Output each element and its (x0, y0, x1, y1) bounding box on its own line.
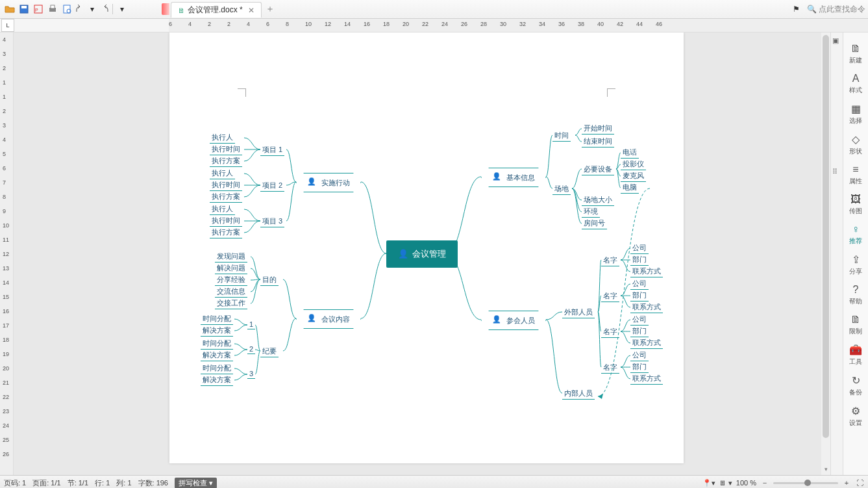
rpanel-形状[interactable]: ◇形状 (844, 129, 867, 160)
node-contact-1-1[interactable]: 部门 (630, 290, 649, 302)
rpanel-属性[interactable]: ≡属性 (844, 160, 867, 190)
node-exec-0-1[interactable]: 执行时间 (210, 144, 242, 155)
node-purpose-3[interactable]: 交流信息 (215, 287, 247, 298)
open-icon[interactable] (3, 3, 16, 16)
rpanel-推荐[interactable]: ♀推荐 (844, 220, 867, 250)
node-contact-3-1[interactable]: 部门 (630, 362, 649, 373)
close-tab-icon[interactable]: ✕ (248, 6, 254, 15)
node-implement[interactable]: 👤实施行动 (296, 173, 361, 192)
node-basic[interactable]: 👤基本信息 (481, 168, 546, 187)
command-search[interactable]: 🔍 点此查找命令 (807, 4, 865, 15)
rpanel-新建[interactable]: 🗎新建 (844, 39, 867, 69)
node-min-0-1[interactable]: 解决方案 (201, 326, 233, 337)
node-venue-0[interactable]: 场地大小 (582, 195, 614, 206)
status-row[interactable]: 行: 1 (95, 478, 110, 488)
insert-mode-icon[interactable]: 📍▾ (702, 479, 715, 487)
node-contact-3-0[interactable]: 公司 (630, 350, 649, 361)
zoom-value[interactable]: 100 % (736, 479, 756, 487)
node-min-1-1[interactable]: 解决方案 (201, 350, 233, 361)
print-icon[interactable] (46, 3, 59, 16)
rpanel-选择[interactable]: ▦选择 (844, 99, 867, 129)
node-venue[interactable]: 场地 (552, 183, 571, 195)
preview-icon[interactable] (60, 3, 73, 16)
node-exec-0-0[interactable]: 执行人 (210, 133, 235, 144)
vertical-scrollbar[interactable]: ▴ ▾ (821, 32, 830, 475)
rpanel-样式[interactable]: A样式 (844, 69, 867, 99)
node-minutes-2[interactable]: 2 (247, 344, 255, 354)
node-contact-1-0[interactable]: 公司 (630, 279, 649, 290)
node-name-0[interactable]: 名字 (601, 255, 619, 266)
node-exec-1-2[interactable]: 执行方案 (210, 192, 242, 203)
node-exec-2-1[interactable]: 执行时间 (210, 216, 242, 227)
node-purpose-1[interactable]: 解决问题 (215, 263, 247, 274)
node-project-2[interactable]: 项目 2 (260, 180, 284, 192)
node-purpose[interactable]: 目的 (260, 274, 279, 286)
node-minutes-3[interactable]: 3 (247, 369, 255, 379)
node-contact-0-1[interactable]: 部门 (630, 255, 649, 266)
document-tab[interactable]: 🗎 会议管理.docx * ✕ (171, 2, 262, 18)
zoom-slider[interactable] (773, 482, 838, 484)
node-contact-3-2[interactable]: 联系方式 (630, 374, 663, 385)
node-end[interactable]: 结束时间 (582, 136, 614, 148)
vertical-ruler[interactable]: 4321123456789101112131415161718192021222… (0, 32, 14, 475)
node-contact-2-2[interactable]: 联系方式 (630, 338, 663, 349)
spellcheck-button[interactable]: 拼写检查 ▾ (175, 478, 217, 489)
rpanel-传图[interactable]: 🖼传图 (844, 190, 867, 220)
status-page-no[interactable]: 页码: 1 (4, 478, 26, 488)
node-internal[interactable]: 内部人员 (562, 388, 595, 400)
node-name-2[interactable]: 名字 (601, 326, 619, 338)
rpanel-备份[interactable]: ↻备份 (844, 370, 867, 401)
scroll-thumb[interactable] (823, 35, 829, 438)
node-equip-3[interactable]: 电脑 (621, 183, 639, 194)
panel-collapse-icon[interactable]: ⠿ (832, 168, 841, 177)
node-equip-0[interactable]: 电话 (621, 148, 639, 159)
zoom-thumb[interactable] (804, 480, 811, 486)
status-words[interactable]: 字数: 196 (138, 478, 168, 488)
node-contact-1-2[interactable]: 联系方式 (630, 302, 663, 313)
toolbar-overflow-icon[interactable]: ▾ (116, 3, 129, 16)
node-exec-2-0[interactable]: 执行人 (210, 204, 235, 215)
node-minutes[interactable]: 纪要 (260, 346, 279, 357)
node-equip[interactable]: 必要设备 (582, 164, 614, 175)
rpanel-分享[interactable]: ⇪分享 (844, 250, 867, 280)
node-content[interactable]: 👤会议内容 (296, 309, 361, 329)
node-contact-2-1[interactable]: 部门 (630, 326, 649, 337)
zoom-in-button[interactable]: + (842, 478, 851, 487)
node-purpose-0[interactable]: 发现问题 (215, 251, 247, 263)
node-project-1[interactable]: 项目 1 (260, 144, 284, 156)
node-min-2-0[interactable]: 时间分配 (201, 363, 233, 374)
node-equip-1[interactable]: 投影仪 (621, 159, 646, 170)
status-page[interactable]: 页面: 1/1 (32, 478, 60, 488)
node-contact-0-2[interactable]: 联系方式 (630, 266, 663, 277)
save-icon[interactable] (18, 3, 31, 16)
node-time[interactable]: 时间 (552, 130, 571, 142)
node-exec-0-2[interactable]: 执行方案 (210, 156, 242, 167)
node-attendees[interactable]: 👤参会人员 (481, 311, 546, 330)
zoom-out-button[interactable]: − (760, 478, 769, 487)
node-purpose-4[interactable]: 交接工作 (215, 298, 247, 309)
status-section[interactable]: 节: 1/1 (68, 478, 88, 488)
fullscreen-icon[interactable]: ⛶ (855, 478, 864, 487)
node-minutes-1[interactable]: 1 (247, 320, 255, 329)
status-col[interactable]: 列: 1 (116, 478, 131, 488)
save-pdf-icon[interactable]: P (32, 3, 45, 16)
node-purpose-2[interactable]: 分享经验 (215, 275, 247, 286)
node-name-3[interactable]: 名字 (601, 362, 619, 374)
node-start[interactable]: 开始时间 (582, 123, 614, 135)
redo-icon[interactable] (97, 3, 110, 16)
node-min-0-0[interactable]: 时间分配 (201, 314, 233, 325)
rpanel-限制[interactable]: 🗎限制 (844, 310, 867, 340)
node-min-2-1[interactable]: 解决方案 (201, 375, 233, 386)
add-tab-button[interactable]: ＋ (266, 3, 275, 15)
node-equip-2[interactable]: 麦克风 (621, 171, 646, 182)
horizontal-ruler[interactable]: L 64224681012141618202224262830323436384… (0, 19, 868, 32)
node-venue-2[interactable]: 房间号 (582, 218, 607, 229)
view-mode-icon[interactable]: 🗏 ▾ (719, 479, 732, 487)
panel-toggle-icon[interactable]: ▣ (832, 36, 841, 45)
rpanel-工具[interactable]: 🧰工具 (844, 340, 867, 370)
node-exec-2-2[interactable]: 执行方案 (210, 227, 242, 238)
node-name-1[interactable]: 名字 (601, 290, 619, 302)
undo-icon[interactable] (75, 3, 88, 16)
document-canvas[interactable]: 👤会议管理👤实施行动项目 1执行人执行时间执行方案项目 2执行人执行时间执行方案… (14, 32, 830, 475)
node-exec-1-1[interactable]: 执行时间 (210, 180, 242, 191)
